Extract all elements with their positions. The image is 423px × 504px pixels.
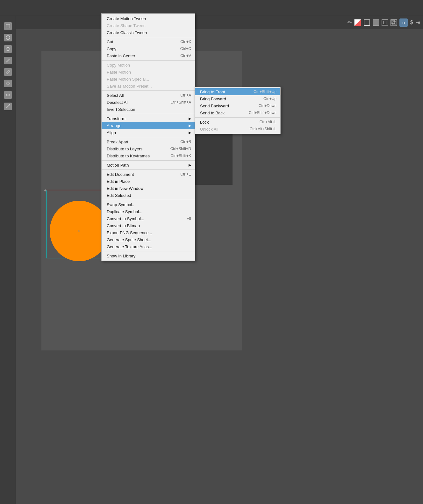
menu-item-paste-motion[interactable]: Paste Motion	[102, 68, 195, 76]
ellipse-tool-icon[interactable]	[4, 34, 12, 41]
blend-icon[interactable]	[391, 19, 397, 26]
menu-item-distribute-to-layers[interactable]: Distribute to Layers Ctrl+Shift+D	[102, 145, 195, 152]
svg-rect-0	[6, 24, 10, 28]
submenu-item-bring-forward[interactable]: Bring Forward Ctrl+Up	[195, 95, 280, 102]
arrow-icon[interactable]: ⇥	[416, 19, 420, 25]
svg-point-4	[9, 104, 10, 105]
svg-point-1	[6, 36, 10, 40]
menu-item-transform[interactable]: Transform ▶	[102, 115, 195, 122]
object-icon[interactable]	[382, 19, 388, 26]
left-toolbar	[0, 16, 16, 504]
dollar-icon[interactable]: $	[410, 20, 413, 25]
svg-marker-2	[6, 47, 10, 51]
menu-item-deselect-all[interactable]: Deselect All Ctrl+Shift+A	[102, 99, 195, 106]
context-menu: Create Motion Tween Create Shape Tween C…	[101, 13, 195, 261]
menu-item-generate-sprite-sheet[interactable]: Generate Sprite Sheet...	[102, 236, 195, 243]
menu-item-show-in-library[interactable]: Show In Library	[102, 252, 195, 259]
menu-item-copy[interactable]: Copy Ctrl+C	[102, 45, 195, 52]
menu-item-edit-in-new-window[interactable]: Edit in New Window	[102, 185, 195, 192]
menu-item-create-shape-tween[interactable]: Create Shape Tween	[102, 22, 195, 29]
menu-item-arrange[interactable]: Arrange ▶	[102, 122, 195, 129]
separator-9	[102, 251, 195, 251]
menu-item-motion-path[interactable]: Motion Path ▶	[102, 162, 195, 169]
separator-1	[102, 37, 195, 37]
menu-item-convert-to-bitmap[interactable]: Convert to Bitmap	[102, 222, 195, 229]
separator-6	[102, 160, 195, 161]
top-toolbar	[0, 0, 423, 16]
snap-icon[interactable]: n	[399, 18, 408, 27]
menu-item-duplicate-symbol[interactable]: Duplicate Symbol...	[102, 208, 195, 215]
menu-item-edit-document[interactable]: Edit Document Ctrl+E	[102, 171, 195, 178]
menu-item-swap-symbol[interactable]: Swap Symbol...	[102, 201, 195, 208]
submenu-item-send-backward[interactable]: Send Backward Ctrl+Down	[195, 102, 280, 109]
menu-item-break-apart[interactable]: Break Apart Ctrl+B	[102, 138, 195, 145]
pen-tool-icon[interactable]	[4, 80, 12, 87]
svg-rect-5	[391, 20, 395, 24]
menu-item-paste-in-center[interactable]: Paste in Center Ctrl+V	[102, 52, 195, 59]
menu-item-create-motion-tween[interactable]: Create Motion Tween	[102, 15, 195, 22]
submenu-item-bring-to-front[interactable]: Bring to Front Ctrl+Shift+Up	[195, 88, 280, 95]
separator-2	[102, 60, 195, 61]
color-swatch[interactable]	[354, 19, 361, 26]
menu-item-edit-selected[interactable]: Edit Selected	[102, 192, 195, 199]
separator-5	[102, 137, 195, 137]
transform-handle-tl[interactable]: +	[44, 188, 47, 191]
menu-item-select-all[interactable]: Select All Ctrl+A	[102, 92, 195, 99]
menu-item-save-motion-preset[interactable]: Save as Motion Preset...	[102, 83, 195, 90]
ink-tool-icon[interactable]	[4, 103, 12, 110]
menu-item-create-classic-tween[interactable]: Create Classic Tween	[102, 29, 195, 36]
separator-3	[102, 90, 195, 91]
polygon-tool-icon[interactable]	[4, 45, 12, 53]
submenu-separator-1	[195, 117, 280, 118]
fill-rect-icon[interactable]	[373, 19, 379, 26]
pen-icon[interactable]: ✏	[348, 19, 352, 25]
center-point	[78, 230, 80, 232]
separator-4	[102, 114, 195, 114]
menu-item-convert-to-symbol[interactable]: Convert to Symbol... F8	[102, 215, 195, 222]
svg-line-3	[6, 59, 10, 62]
submenu-arrange: Bring to Front Ctrl+Shift+Up Bring Forwa…	[195, 87, 281, 134]
submenu-item-send-to-back[interactable]: Send to Back Ctrl+Shift+Down	[195, 109, 280, 116]
svg-rect-6	[393, 22, 396, 25]
rect-icon[interactable]	[364, 19, 370, 26]
transform-tool-icon[interactable]	[4, 91, 12, 99]
menu-item-export-png-sequence[interactable]: Export PNG Sequence...	[102, 229, 195, 236]
menu-item-distribute-to-keyframes[interactable]: Distribute to Keyframes Ctrl+Shift+K	[102, 152, 195, 159]
menu-item-edit-in-place[interactable]: Edit in Place	[102, 178, 195, 185]
menu-item-cut[interactable]: Cut Ctrl+X	[102, 38, 195, 45]
secondary-toolbar: ✏ n $ ⇥	[16, 16, 423, 29]
menu-item-paste-motion-special[interactable]: Paste Motion Special...	[102, 76, 195, 83]
brush-tool-icon[interactable]	[4, 68, 12, 76]
pencil-tool-icon[interactable]	[4, 57, 12, 64]
separator-8	[102, 200, 195, 200]
submenu-item-lock[interactable]: Lock Ctrl+Alt+L	[195, 119, 280, 126]
menu-item-generate-texture-atlas[interactable]: Generate Texture Atlas...	[102, 243, 195, 250]
menu-item-invert-selection[interactable]: Invert Selection	[102, 106, 195, 113]
orange-circle[interactable]	[50, 201, 109, 261]
menu-item-copy-motion[interactable]: Copy Motion	[102, 61, 195, 68]
menu-item-align[interactable]: Align ▶	[102, 129, 195, 136]
separator-7	[102, 169, 195, 170]
rectangle-tool-icon[interactable]	[4, 22, 12, 30]
submenu-item-unlock-all[interactable]: Unlock All Ctrl+Alt+Shift+L	[195, 126, 280, 133]
